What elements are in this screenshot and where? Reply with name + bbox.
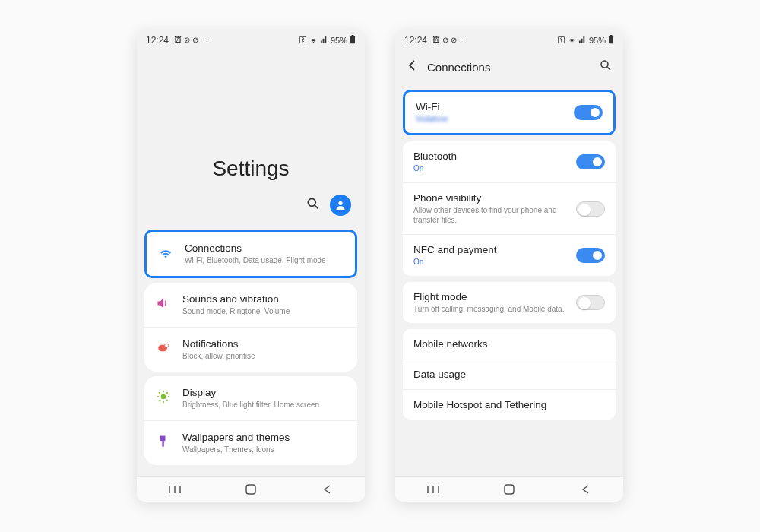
battery-text: 95% [331, 36, 347, 45]
status-time: 12:24 [404, 35, 427, 46]
status-bar: 12:24 🖼 ⊘ ⊘ ⋯ ⚿ 95% [395, 30, 623, 50]
item-label: Bluetooth [413, 150, 457, 162]
settings-item-connections[interactable]: Connections Wi-Fi, Bluetooth, Data usage… [147, 232, 355, 276]
settings-card-sounds: Sounds and vibration Sound mode, Rington… [144, 283, 357, 372]
item-label: Mobile networks [413, 338, 488, 350]
signal-icon [320, 36, 328, 46]
svg-rect-16 [160, 436, 166, 442]
wifi-toggle[interactable] [574, 105, 603, 120]
wifi-icon [568, 36, 576, 46]
item-label: Mobile Hotspot and Tethering [413, 399, 546, 410]
item-label: Connections [185, 242, 344, 254]
status-time: 12:24 [146, 35, 169, 46]
flight-toggle[interactable] [576, 295, 605, 310]
signal-icon [578, 36, 587, 46]
svg-rect-22 [610, 35, 613, 36]
conn-row-data[interactable]: Data usage [403, 359, 616, 389]
appbar-connections: Connections [395, 50, 623, 84]
svg-line-14 [159, 400, 160, 401]
conn-row-nfc[interactable]: NFC and payment On [403, 234, 616, 276]
status-bar: 12:24 🖼 ⊘ ⊘ ⋯ ⚿ 95% [137, 30, 365, 50]
back-button[interactable] [320, 483, 334, 496]
settings-card-connections[interactable]: Connections Wi-Fi, Bluetooth, Data usage… [144, 230, 357, 278]
item-sublabel: Wallpapers, Themes, Icons [182, 445, 347, 454]
bluetooth-toggle[interactable] [576, 154, 605, 169]
settings-item-sounds[interactable]: Sounds and vibration Sound mode, Rington… [144, 283, 357, 327]
wifi-icon [309, 36, 318, 46]
svg-rect-17 [162, 441, 164, 447]
item-sublabel: Vodafone [416, 114, 448, 124]
nav-bar [137, 476, 365, 502]
item-sublabel: Brightness, Blue light filter, Home scre… [182, 400, 347, 410]
item-sublabel: On [413, 257, 497, 267]
item-label: Notifications [182, 338, 347, 350]
item-sublabel: Wi-Fi, Bluetooth, Data usage, Flight mod… [185, 255, 344, 265]
phone-settings: 12:24 🖼 ⊘ ⊘ ⋯ ⚿ 95% Settings [137, 30, 365, 502]
settings-header: Settings [137, 50, 365, 225]
back-icon[interactable] [406, 59, 418, 74]
item-label: Display [182, 387, 347, 398]
conn-group-2: Flight mode Turn off calling, messaging,… [403, 282, 616, 323]
conn-row-flight[interactable]: Flight mode Turn off calling, messaging,… [403, 282, 616, 323]
svg-point-6 [165, 344, 169, 347]
svg-point-4 [338, 201, 342, 205]
conn-row-hotspot[interactable]: Mobile Hotspot and Tethering [403, 389, 616, 420]
search-icon[interactable] [306, 196, 321, 214]
conn-group-1: Bluetooth On Phone visibility Allow othe… [403, 141, 616, 276]
image-icon: 🖼 [432, 36, 440, 44]
nav-bar [395, 476, 623, 502]
home-button[interactable] [502, 483, 516, 496]
connections-content: Wi-Fi Vodafone Bluetooth On Phone visibi… [395, 84, 623, 476]
alert-icon: ⊘ [184, 36, 190, 44]
phone-connections: 12:24 🖼 ⊘ ⊘ ⋯ ⚿ 95% Connections [395, 30, 623, 502]
settings-content: Settings Connections Wi-Fi, Bluetooth, D… [137, 50, 365, 476]
image-icon: 🖼 [174, 36, 182, 44]
conn-row-bluetooth[interactable]: Bluetooth On [403, 141, 616, 182]
item-label: NFC and payment [413, 244, 497, 255]
settings-item-display[interactable]: Display Brightness, Blue light filter, H… [144, 376, 357, 420]
battery-icon [350, 35, 356, 46]
svg-point-24 [601, 61, 608, 68]
svg-line-13 [166, 400, 168, 401]
svg-rect-23 [609, 36, 613, 44]
item-label: Data usage [413, 369, 466, 380]
battery-icon [608, 35, 614, 46]
item-label: Sounds and vibration [182, 293, 347, 305]
svg-line-12 [159, 392, 160, 394]
conn-row-mobile[interactable]: Mobile networks [403, 329, 616, 359]
svg-line-3 [315, 206, 318, 209]
search-icon[interactable] [599, 59, 613, 75]
alert-icon: ⊘ [451, 36, 457, 44]
item-label: Phone visibility [413, 192, 576, 204]
item-sublabel: Sound mode, Ringtone, Volume [182, 306, 347, 316]
alert-icon: ⊘ [192, 36, 198, 44]
item-sublabel: Turn off calling, messaging, and Mobile … [413, 304, 564, 314]
nfc-toggle[interactable] [576, 248, 605, 263]
svg-point-7 [161, 394, 166, 400]
conn-group-3: Mobile networks Data usage Mobile Hotspo… [403, 329, 616, 420]
svg-rect-1 [350, 36, 355, 44]
alert-icon: ⊘ [442, 36, 448, 44]
svg-point-2 [308, 198, 315, 206]
recents-button[interactable] [168, 483, 182, 496]
svg-line-15 [166, 392, 168, 394]
item-label: Flight mode [413, 291, 564, 302]
visibility-toggle[interactable] [576, 201, 605, 217]
settings-item-wallpapers[interactable]: Wallpapers and themes Wallpapers, Themes… [144, 420, 357, 465]
speaker-icon [155, 295, 172, 312]
conn-row-visibility[interactable]: Phone visibility Allow other devices to … [403, 182, 616, 234]
item-sublabel: Allow other devices to find your phone a… [413, 205, 576, 225]
appbar-title: Connections [427, 61, 490, 74]
battery-text: 95% [589, 36, 606, 45]
item-label: Wallpapers and themes [182, 432, 347, 443]
home-button[interactable] [244, 483, 258, 496]
svg-rect-29 [505, 485, 514, 494]
recents-button[interactable] [426, 483, 440, 496]
settings-item-notifications[interactable]: Notifications Block, allow, prioritise [144, 327, 357, 372]
page-title: Settings [212, 157, 289, 181]
notifications-icon [155, 340, 172, 356]
svg-rect-0 [352, 35, 354, 36]
back-button[interactable] [578, 483, 592, 496]
account-avatar[interactable] [330, 195, 351, 216]
conn-row-wifi[interactable]: Wi-Fi Vodafone [405, 92, 613, 133]
